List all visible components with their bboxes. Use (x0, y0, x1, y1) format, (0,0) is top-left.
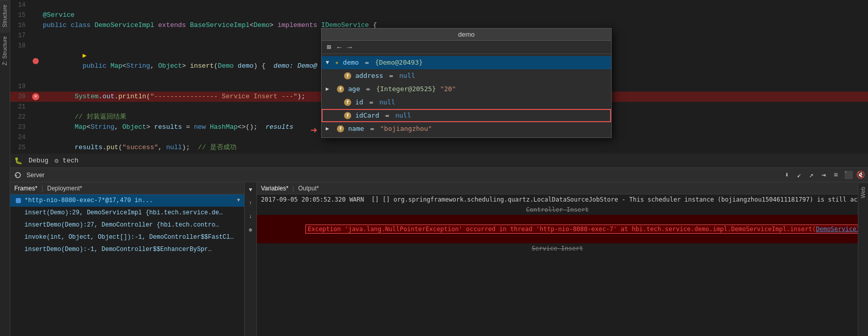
code-line-15: 15 @Service (10, 10, 868, 20)
btn-stop[interactable]: ⬛ (843, 170, 854, 181)
output-line-1: Controller-Insert (257, 205, 858, 215)
tab-variables[interactable]: Variables* (261, 185, 288, 192)
btn-reload[interactable] (12, 170, 23, 181)
toolbar-forward-icon[interactable]: → (346, 42, 354, 52)
tree-expand-id (326, 97, 333, 108)
debug-tech-label: tech (63, 157, 78, 164)
debug-popup-title: demo (322, 29, 611, 41)
frame-text-0: *http-nio-8080-exec-7*@17,470 in... (24, 196, 237, 205)
tree-expand-name[interactable]: ▶ (326, 123, 333, 134)
btn-run-to-cursor[interactable]: ⇥ (818, 170, 829, 181)
debug-toolbar: Server ⬇ ↙ ↗ ⇥ ≡ ⬛ 🔇 (10, 168, 868, 182)
vertical-tabs: Structure Z: Structure (0, 0, 10, 336)
output-area: Variables* | Output* 2017-09-05 20:05:52… (257, 182, 858, 336)
tree-expand-demo[interactable]: ▼ (326, 57, 333, 68)
frame-row-0[interactable]: *http-nio-8080-exec-7*@17,470 in... ▼ (10, 194, 244, 207)
frame-text-1: insert(Demo):29, DemoServiceImpl {hbi.te… (24, 208, 223, 217)
editor-area: Structure Z: Structure 14 15 @Service 16 (0, 0, 868, 336)
tree-expand-age[interactable]: ▶ (326, 83, 333, 95)
tree-row-demo[interactable]: ▼ ✦ demo = {Demo@20493} (322, 56, 611, 69)
tree-expand-idcard (326, 110, 333, 121)
tree-expand-address (326, 70, 333, 81)
svg-rect-0 (16, 198, 21, 203)
debug-label: Debug (29, 157, 48, 164)
btn-evaluate[interactable]: ≡ (830, 170, 841, 181)
toolbar-back-icon[interactable]: ← (335, 42, 343, 52)
btn-down[interactable]: ↓ (245, 211, 256, 222)
frame-row-4[interactable]: insertDemo(Demo):-1, DemoController$$Enh… (10, 243, 244, 256)
error-highlight: Exception 'java.lang.NullPointerExceptio… (305, 225, 858, 234)
frame-text-4: insertDemo(Demo):-1, DemoController$$Enh… (24, 245, 212, 254)
output-line-0: 2017-09-05 20:05:52.320 WARN [] [] org.s… (257, 194, 858, 205)
field-icon-address: f (344, 72, 351, 79)
btn-funnel[interactable]: ⊕ (245, 224, 256, 235)
tree-row-id[interactable]: f id = null (322, 96, 611, 109)
debug-popup: demo ⊞ ← → ▼ ✦ demo = {Demo@20493} (321, 28, 612, 138)
debug-panels-row: Frames* | Deployment* *http-nio-8080-exe… (10, 182, 868, 336)
vtab-z-structure[interactable]: Z: Structure (0, 32, 10, 69)
right-tabs: Web (858, 182, 868, 336)
frames-panel: Frames* | Deployment* *http-nio-8080-exe… (10, 182, 245, 336)
vtab-web[interactable]: Web (858, 182, 868, 202)
debug-run-icon: 🐛 (14, 157, 22, 165)
panel-action-bar: ▼ ↑ ↓ ⊕ (245, 182, 257, 336)
frame-text-3: invoke(int, Object, Object[]):-1, DemoCo… (24, 233, 233, 242)
debug-tab-bar: 🐛 Debug ⚙ tech (10, 154, 868, 168)
tab-deployment[interactable]: Deployment* (47, 185, 82, 192)
output-line-3: Service-Insert (257, 243, 858, 254)
tree-row-age[interactable]: ▶ f age = {Integer@20525} "20" (322, 82, 611, 96)
debug-tech-icon: ⚙ (55, 157, 59, 165)
code-line-14: 14 (10, 0, 868, 10)
error-link[interactable]: DemoServiceImpl.java:29 (816, 226, 858, 233)
frame-row-1[interactable]: insert(Demo):29, DemoServiceImpl {hbi.te… (10, 207, 244, 219)
tree-row-address[interactable]: f address = null (322, 69, 611, 82)
server-label: Server (27, 172, 44, 179)
code-line-26: 26 results.put("message", null); // 返回信息… (10, 153, 868, 154)
tab-output[interactable]: Output* (298, 185, 319, 192)
field-icon-name: f (337, 125, 344, 132)
frame-row-2[interactable]: insertDemo(Demo):27, DemoController {hbi… (10, 219, 244, 231)
breakpoint-dot (33, 58, 39, 64)
btn-step-over[interactable]: ⬇ (781, 170, 793, 181)
error-marker-20: ✕ (32, 93, 39, 100)
output-header: Variables* | Output* (257, 182, 858, 194)
frames-header: Frames* | Deployment* (10, 182, 244, 194)
field-icon-age: f (337, 86, 344, 93)
output-panel: 2017-09-05 20:05:52.320 WARN [] [] org.s… (257, 194, 858, 336)
frame-dropdown-0[interactable]: ▼ (237, 196, 240, 205)
toolbar-grid-icon[interactable]: ⊞ (325, 42, 333, 52)
btn-step-out[interactable]: ↗ (806, 170, 817, 181)
frame-text-2: insertDemo(Demo):27, DemoController {hbi… (24, 220, 219, 230)
frame-row-3[interactable]: invoke(int, Object, Object[]):-1, DemoCo… (10, 231, 244, 243)
code-line-25: 25 results.put("success", null); // 是否成功 (10, 143, 868, 153)
btn-step-into[interactable]: ↙ (794, 170, 805, 181)
debug-tree: ▼ ✦ demo = {Demo@20493} f address = nul (322, 54, 611, 137)
debug-popup-toolbar: ⊞ ← → (322, 41, 611, 54)
tree-row-idcard[interactable]: f idCard = null (322, 109, 611, 122)
btn-up[interactable]: ↑ (245, 198, 256, 209)
field-icon-id: f (344, 99, 351, 106)
demo-icon: ✦ (335, 57, 339, 68)
btn-filter[interactable]: ▼ (245, 184, 256, 195)
tree-row-name[interactable]: ▶ f name = "bojiangzhou" (322, 122, 611, 135)
output-line-2: Exception 'java.lang.NullPointerExceptio… (257, 215, 858, 243)
frame-icon-0 (14, 197, 22, 205)
btn-mute[interactable]: 🔇 (855, 170, 866, 181)
vtab-structure[interactable]: Structure (0, 0, 10, 32)
field-icon-idcard: f (344, 112, 351, 119)
tab-frames[interactable]: Frames* (14, 185, 37, 192)
